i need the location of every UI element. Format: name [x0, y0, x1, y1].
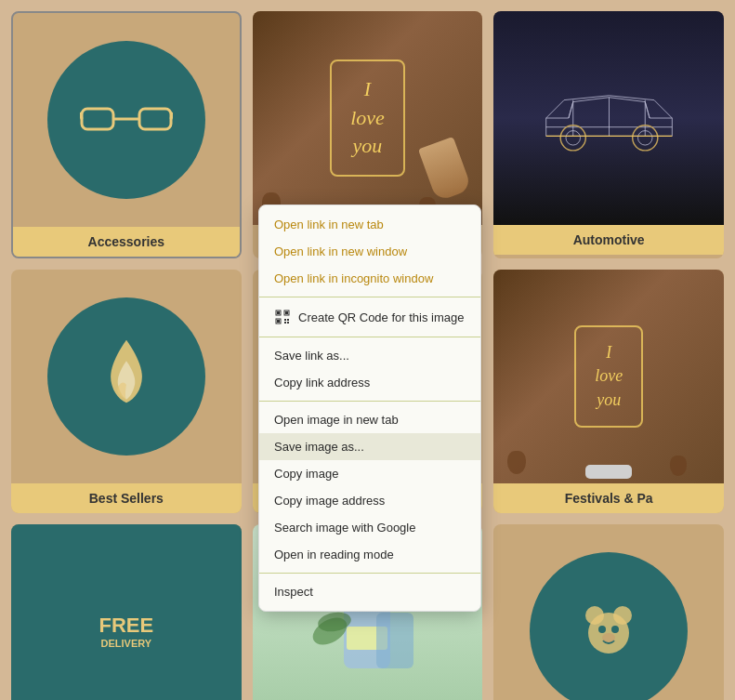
open-reading-mode-label: Open in reading mode [274, 548, 394, 561]
lamp-base [585, 465, 632, 479]
open-incognito-label: Open link in incognito window [274, 271, 433, 285]
grid-item-accessories[interactable]: Accessories [11, 11, 242, 258]
context-menu: Open link in new tab Open link in new wi… [258, 205, 481, 612]
menu-create-qr[interactable]: Create QR Code for this image [259, 302, 480, 332]
svg-rect-37 [284, 322, 286, 324]
grid-item-bestsellers[interactable]: Best Sellers [11, 270, 242, 513]
menu-copy-image[interactable]: Copy image [259, 460, 480, 487]
menu-open-image-new-tab[interactable]: Open image in new tab [259, 406, 480, 433]
svg-point-26 [598, 626, 606, 633]
bestsellers-label: Best Sellers [11, 483, 242, 513]
free-image: FREE DELIVERY [11, 524, 242, 700]
svg-point-28 [602, 633, 615, 642]
grid-item-free[interactable]: FREE DELIVERY [11, 524, 242, 700]
menu-copy-link-address[interactable]: Copy link address [259, 369, 480, 396]
festivals-image: Iloveyou [493, 270, 724, 483]
svg-line-3 [80, 112, 82, 119]
svg-rect-36 [287, 319, 289, 321]
search-image-google-label: Search image with Google [274, 521, 415, 535]
grid-item-festivals[interactable]: Iloveyou Festivals & Pa [493, 270, 724, 513]
automotive-image [493, 11, 724, 225]
open-image-new-tab-label: Open image in new tab [274, 413, 399, 427]
love-lamp-photo: Iloveyou [253, 11, 483, 225]
menu-save-image-as[interactable]: Save image as... [259, 433, 480, 460]
menu-search-image-google[interactable]: Search image with Google [259, 514, 480, 541]
hand-pen [418, 137, 472, 202]
menu-save-link-as[interactable]: Save link as... [259, 342, 480, 369]
dark-image [493, 524, 724, 700]
open-new-tab-label: Open link in new tab [274, 218, 384, 231]
qr-icon [274, 309, 291, 325]
save-link-as-label: Save link as... [274, 349, 349, 363]
dark-circle-icon [530, 552, 688, 700]
accessories-image [13, 13, 240, 227]
glasses-circle [47, 41, 205, 199]
svg-point-27 [611, 626, 619, 633]
svg-rect-32 [285, 311, 288, 314]
free-subtext: DELIVERY [98, 638, 153, 649]
svg-rect-34 [277, 320, 280, 323]
svg-rect-35 [284, 319, 286, 321]
divider-3 [259, 401, 480, 402]
menu-open-reading-mode[interactable]: Open in reading mode [259, 541, 480, 568]
car-wireframe-svg [537, 76, 681, 160]
svg-rect-30 [277, 311, 280, 314]
festivals-label: Festivals & Pa [493, 483, 724, 513]
svg-line-4 [171, 112, 173, 119]
svg-rect-0 [82, 109, 113, 129]
flame-circle [47, 297, 205, 456]
divider-4 [259, 573, 480, 574]
free-badge: FREE DELIVERY [11, 524, 242, 700]
menu-copy-image-address[interactable]: Copy image address [259, 487, 480, 514]
menu-open-new-window[interactable]: Open link in new window [259, 238, 480, 265]
copy-image-address-label: Copy image address [274, 494, 385, 508]
svg-point-25 [613, 606, 632, 625]
inspect-label: Inspect [274, 585, 313, 599]
divider-1 [259, 297, 480, 297]
svg-rect-1 [139, 109, 171, 129]
automotive-label: Automotive [493, 225, 724, 255]
festivals-photo: Iloveyou [493, 270, 724, 483]
pinecone-left2 [507, 451, 526, 474]
menu-inspect[interactable]: Inspect [259, 578, 480, 605]
svg-rect-20 [376, 613, 413, 668]
svg-rect-38 [287, 322, 289, 324]
menu-open-new-tab[interactable]: Open link in new tab [259, 211, 480, 238]
car-photo [493, 11, 724, 225]
grid-item-dark[interactable] [493, 524, 724, 700]
save-image-as-label: Save image as... [274, 440, 364, 454]
love-lamp-image: Iloveyou [253, 11, 483, 225]
create-qr-label: Create QR Code for this image [298, 310, 464, 324]
open-new-window-label: Open link in new window [274, 244, 407, 258]
copy-link-address-label: Copy link address [274, 376, 370, 390]
divider-2 [259, 337, 480, 337]
svg-point-24 [585, 606, 604, 625]
pinecone-right2 [670, 456, 687, 476]
grid-item-automotive[interactable]: Automotive [493, 11, 724, 258]
accessories-label: Accessories [13, 227, 240, 257]
free-text: FREE [98, 614, 153, 638]
menu-open-incognito[interactable]: Open link in incognito window [259, 265, 480, 292]
copy-image-label: Copy image [274, 467, 338, 481]
bestsellers-image [11, 270, 242, 483]
